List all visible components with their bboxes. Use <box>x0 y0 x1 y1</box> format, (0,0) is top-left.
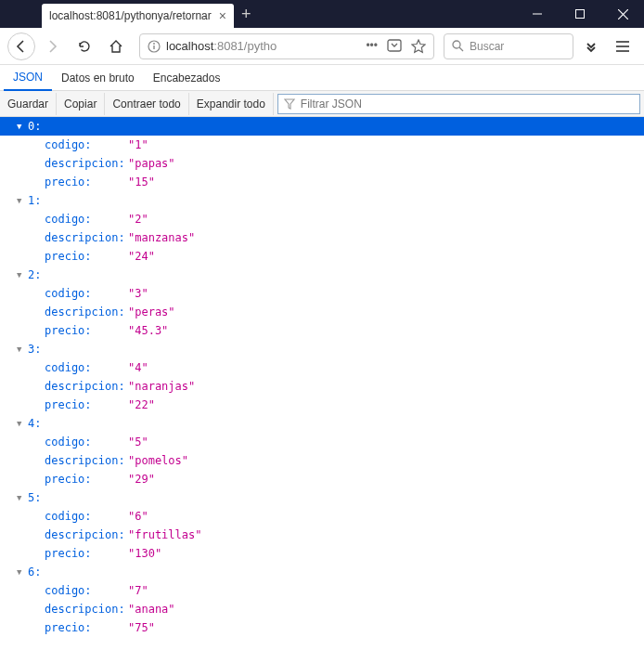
json-key: codigo: <box>45 507 128 526</box>
expand-all-button[interactable]: Expandir todo <box>189 93 274 115</box>
json-tree[interactable]: ▼0:codigo:"1"descripcion:"papas"precio:"… <box>0 117 644 650</box>
json-property-row[interactable]: precio:"45.3" <box>0 321 644 340</box>
filter-input-wrapper[interactable] <box>277 94 640 114</box>
json-property-row[interactable]: precio:"75" <box>0 618 644 637</box>
tab-headers[interactable]: Encabezados <box>144 66 230 90</box>
twisty-icon[interactable]: ▼ <box>17 266 26 284</box>
json-key: descripcion: <box>45 228 128 247</box>
json-property-row[interactable]: precio:"130" <box>0 544 644 563</box>
svg-rect-7 <box>388 40 401 51</box>
svg-point-8 <box>453 41 460 48</box>
search-placeholder: Buscar <box>470 40 504 53</box>
twisty-icon[interactable]: ▼ <box>17 488 26 507</box>
twisty-icon[interactable]: ▼ <box>17 414 26 433</box>
json-property-row[interactable]: precio:"24" <box>0 247 644 266</box>
json-property-row[interactable]: codigo:"7" <box>0 581 644 600</box>
json-key: precio: <box>45 173 128 191</box>
json-property-row[interactable]: descripcion:"anana" <box>0 600 644 618</box>
json-property-row[interactable]: codigo:"6" <box>0 507 644 526</box>
json-property-row[interactable]: precio:"15" <box>0 173 644 191</box>
window-controls <box>516 0 644 28</box>
twisty-icon[interactable]: ▼ <box>17 117 26 136</box>
tab-json[interactable]: JSON <box>4 65 52 91</box>
json-value: "75" <box>128 618 155 637</box>
json-key: descripcion: <box>45 303 128 321</box>
array-index: 4: <box>28 414 41 433</box>
json-property-row[interactable]: descripcion:"naranjas" <box>0 377 644 396</box>
json-key: precio: <box>45 618 128 637</box>
copy-button[interactable]: Copiar <box>57 93 105 115</box>
json-array-item[interactable]: ▼2: <box>0 266 644 284</box>
json-property-row[interactable]: codigo:"3" <box>0 284 644 303</box>
bookmark-star-icon[interactable] <box>411 39 426 54</box>
json-key: codigo: <box>45 358 128 377</box>
collapse-all-button[interactable]: Contraer todo <box>105 93 188 115</box>
save-button[interactable]: Guardar <box>0 93 57 115</box>
json-property-row[interactable]: descripcion:"frutillas" <box>0 526 644 544</box>
json-property-row[interactable]: codigo:"1" <box>0 136 644 154</box>
home-button[interactable] <box>102 32 130 60</box>
json-property-row[interactable]: descripcion:"manzanas" <box>0 228 644 247</box>
new-tab-button[interactable]: + <box>241 5 251 24</box>
json-property-row[interactable]: descripcion:"pomelos" <box>0 451 644 470</box>
reload-button[interactable] <box>71 32 98 60</box>
reader-icon[interactable] <box>387 39 402 54</box>
twisty-icon[interactable]: ▼ <box>17 563 26 581</box>
json-property-row[interactable]: descripcion:"peras" <box>0 303 644 321</box>
tab-close-icon[interactable]: × <box>219 8 226 23</box>
array-index: 5: <box>28 488 41 507</box>
close-window-button[interactable] <box>601 0 644 28</box>
json-key: precio: <box>45 470 128 488</box>
minimize-button[interactable] <box>516 0 559 28</box>
search-bar[interactable]: Buscar <box>444 33 573 59</box>
json-array-item[interactable]: ▼0: <box>0 117 644 136</box>
json-array-item[interactable]: ▼1: <box>0 191 644 210</box>
browser-tab[interactable]: localhost:8081/pythonya/retornar × <box>42 4 234 28</box>
json-property-row[interactable]: descripcion:"papas" <box>0 154 644 173</box>
json-property-row[interactable]: precio:"22" <box>0 396 644 414</box>
json-key: precio: <box>45 247 128 266</box>
info-icon[interactable] <box>148 40 161 53</box>
maximize-button[interactable] <box>559 0 601 28</box>
menu-button[interactable] <box>609 32 637 60</box>
overflow-button[interactable] <box>577 32 605 60</box>
filter-icon <box>284 98 295 110</box>
window-titlebar: localhost:8081/pythonya/retornar × + <box>0 0 644 28</box>
address-bar[interactable]: localhost:8081/pytho ••• <box>139 33 434 59</box>
json-value: "2" <box>128 210 148 228</box>
json-key: descripcion: <box>45 377 128 396</box>
json-value: "130" <box>128 544 161 563</box>
json-key: precio: <box>45 396 128 414</box>
json-value: "22" <box>128 396 155 414</box>
back-button[interactable] <box>7 32 35 60</box>
json-array-item[interactable]: ▼5: <box>0 488 644 507</box>
json-property-row[interactable]: codigo:"2" <box>0 210 644 228</box>
filter-input[interactable] <box>301 98 634 110</box>
json-key: precio: <box>45 321 128 340</box>
json-toolbar: Guardar Copiar Contraer todo Expandir to… <box>0 91 644 117</box>
json-value: "7" <box>128 581 148 600</box>
json-value: "naranjas" <box>128 377 195 396</box>
page-actions-icon[interactable]: ••• <box>366 39 378 54</box>
tab-title: localhost:8081/pythonya/retornar <box>49 9 212 22</box>
twisty-icon[interactable]: ▼ <box>17 340 26 358</box>
json-key: descripcion: <box>45 154 128 173</box>
json-value: "papas" <box>128 154 175 173</box>
json-property-row[interactable]: codigo:"5" <box>0 433 644 451</box>
json-property-row[interactable]: codigo:"4" <box>0 358 644 377</box>
json-value: "3" <box>128 284 148 303</box>
json-key: descripcion: <box>45 451 128 470</box>
json-value: "anana" <box>128 600 175 618</box>
json-array-item[interactable]: ▼4: <box>0 414 644 433</box>
json-value: "1" <box>128 136 148 154</box>
tab-raw-data[interactable]: Datos en bruto <box>52 66 144 90</box>
json-array-item[interactable]: ▼3: <box>0 340 644 358</box>
json-key: codigo: <box>45 581 128 600</box>
twisty-icon[interactable]: ▼ <box>17 191 26 210</box>
forward-button[interactable] <box>39 32 67 60</box>
json-key: codigo: <box>45 210 128 228</box>
search-icon <box>452 40 464 52</box>
json-property-row[interactable]: precio:"29" <box>0 470 644 488</box>
array-index: 3: <box>28 340 41 358</box>
json-array-item[interactable]: ▼6: <box>0 563 644 581</box>
